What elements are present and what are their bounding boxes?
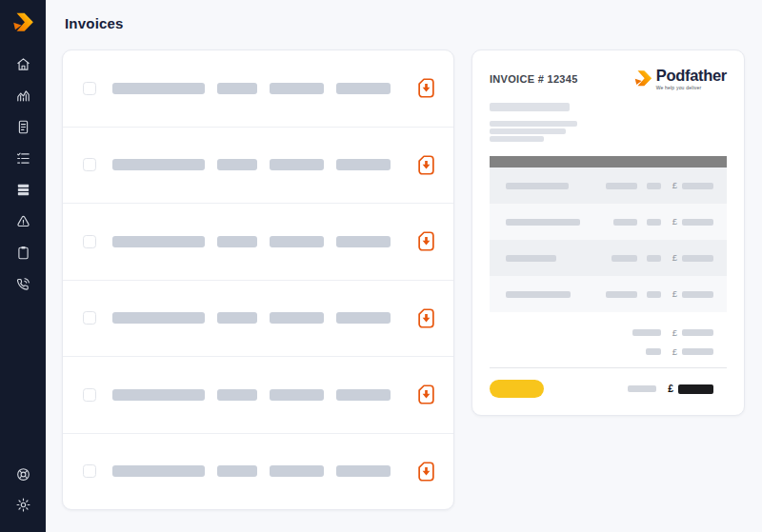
- invoice-icon: [15, 119, 31, 135]
- sidebar-item-calls[interactable]: [14, 275, 31, 292]
- item-amount-bar: [682, 255, 713, 262]
- invoice-number: INVOICE # 12345: [490, 73, 578, 85]
- row-skeleton-bar: [336, 465, 391, 477]
- file-download-icon: [418, 155, 434, 175]
- app-root: Invoices: [0, 0, 762, 532]
- sidebar-item-home[interactable]: [14, 55, 31, 72]
- item-unit-bar: [647, 291, 661, 298]
- sidebar-item-stack[interactable]: [14, 181, 31, 198]
- table-row: £: [490, 204, 727, 240]
- item-description-bar: [506, 291, 571, 298]
- summary-amount-bar: [682, 329, 713, 336]
- currency-symbol: £: [672, 328, 677, 338]
- podfather-arrow-icon: [632, 69, 653, 89]
- item-unit-bar: [647, 183, 661, 189]
- currency-symbol: £: [672, 253, 677, 263]
- download-invoice-button[interactable]: [418, 308, 434, 328]
- sidebar-nav: [14, 55, 31, 292]
- summary-label-bar: [632, 329, 661, 336]
- item-qty-bar: [606, 291, 637, 298]
- summary-amount-bar: [682, 348, 713, 355]
- download-invoice-button[interactable]: [418, 384, 434, 404]
- invoice-list-row[interactable]: [63, 204, 453, 281]
- podfather-logo: Podfather We help you deliver: [632, 67, 727, 90]
- invoice-list-row[interactable]: [63, 50, 453, 128]
- skeleton-address-line: [490, 121, 577, 127]
- file-download-icon: [418, 78, 434, 98]
- currency-symbol: £: [672, 289, 677, 299]
- row-checkbox[interactable]: [83, 158, 96, 171]
- sidebar-item-tasks[interactable]: [14, 149, 31, 167]
- sidebar-item-alerts[interactable]: [14, 212, 31, 229]
- item-amount-bar: [682, 291, 713, 298]
- file-download-icon: [418, 231, 434, 251]
- item-amount-bar: [682, 219, 713, 226]
- table-header-bar: [490, 156, 727, 167]
- file-download-icon: [418, 308, 434, 328]
- invoice-list-row[interactable]: [63, 357, 453, 434]
- download-invoice-button[interactable]: [418, 231, 434, 251]
- row-checkbox[interactable]: [83, 464, 96, 478]
- sidebar-item-invoices[interactable]: [14, 118, 31, 135]
- summary-block: £ £: [490, 325, 727, 359]
- row-checkbox[interactable]: [83, 82, 96, 95]
- sidebar-item-settings[interactable]: [14, 496, 31, 513]
- summary-line: £: [490, 345, 727, 359]
- brand-name: Podfather: [656, 67, 727, 84]
- checklist-icon: [15, 150, 31, 167]
- row-skeleton-bar: [217, 159, 257, 170]
- invoice-preview-card: INVOICE # 12345 Podfather We help you de…: [471, 49, 745, 416]
- sidebar-item-help[interactable]: [14, 465, 31, 483]
- download-invoice-button[interactable]: [418, 462, 434, 482]
- table-row: £: [490, 167, 727, 204]
- row-skeleton-bar: [336, 389, 391, 401]
- currency-symbol: £: [672, 217, 677, 227]
- total-amount-bar: [678, 384, 713, 394]
- settings-icon: [15, 497, 31, 513]
- row-skeleton-bar: [336, 159, 391, 170]
- brand-tagline: We help you deliver: [656, 85, 727, 90]
- download-invoice-button[interactable]: [418, 155, 434, 175]
- invoice-list-row[interactable]: [63, 281, 453, 358]
- skeleton-address-line: [490, 128, 566, 134]
- sidebar: [0, 0, 46, 532]
- row-skeleton-bar: [112, 159, 205, 170]
- row-checkbox[interactable]: [83, 311, 96, 325]
- row-skeleton-bar: [112, 83, 205, 94]
- row-skeleton-bar: [217, 83, 257, 94]
- row-skeleton-bars: [112, 312, 391, 324]
- app-logo[interactable]: [9, 10, 37, 35]
- skeleton-heading-bar: [490, 103, 570, 111]
- row-skeleton-bar: [336, 312, 391, 324]
- file-download-icon: [418, 384, 434, 404]
- item-description-bar: [506, 183, 569, 189]
- summary-label-bar: [646, 348, 661, 355]
- row-skeleton-bar: [112, 236, 205, 247]
- row-skeleton-bar: [217, 312, 257, 324]
- row-skeleton-bar: [270, 236, 324, 247]
- item-unit-bar: [647, 255, 661, 262]
- row-skeleton-bar: [336, 83, 391, 94]
- page-title: Invoices: [65, 15, 124, 31]
- download-invoice-button[interactable]: [418, 78, 434, 98]
- preview-header: INVOICE # 12345 Podfather We help you de…: [490, 67, 727, 90]
- currency-symbol: £: [668, 384, 673, 394]
- summary-line: £: [490, 325, 727, 340]
- sidebar-footer: [14, 465, 31, 532]
- row-checkbox[interactable]: [83, 388, 96, 402]
- total-divider: [490, 367, 727, 368]
- item-qty-bar: [606, 183, 637, 189]
- sidebar-item-clipboard[interactable]: [14, 244, 31, 261]
- row-skeleton-bar: [112, 312, 205, 324]
- row-checkbox[interactable]: [83, 235, 96, 248]
- home-icon: [15, 56, 31, 72]
- sidebar-item-analytics[interactable]: [14, 87, 31, 104]
- row-skeleton-bar: [336, 236, 391, 247]
- invoice-list-row[interactable]: [63, 434, 453, 510]
- row-skeleton-bars: [112, 159, 391, 170]
- invoice-list-row[interactable]: [63, 128, 453, 205]
- skeleton-address-line: [490, 136, 544, 142]
- currency-symbol: £: [672, 347, 677, 357]
- invoice-list-card: [62, 49, 454, 510]
- item-qty-bar: [613, 219, 637, 226]
